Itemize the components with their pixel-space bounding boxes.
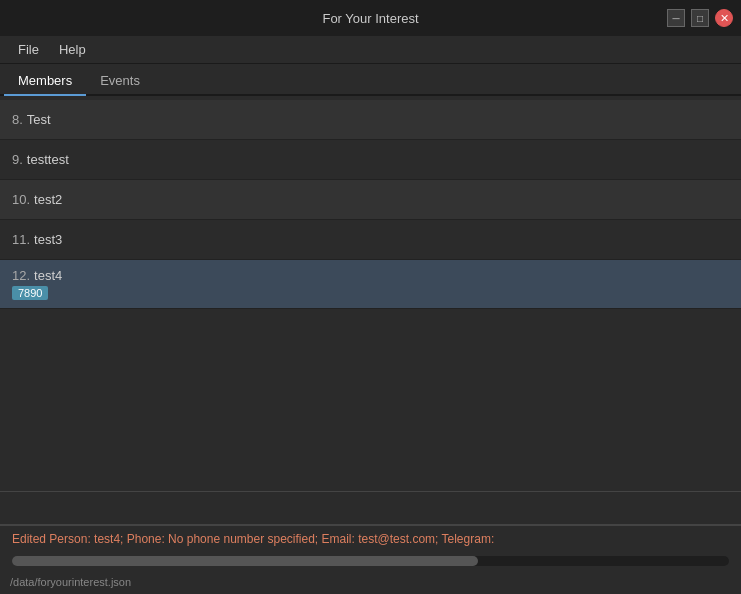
menu-file[interactable]: File: [8, 38, 49, 61]
member-name-line: 12.test4: [12, 268, 729, 283]
status-text: Edited Person: test4; Phone: No phone nu…: [12, 532, 729, 546]
member-tag: 7890: [12, 286, 48, 300]
titlebar-controls: ─ □ ✕: [667, 9, 733, 27]
bottom-scrollbar-area: [0, 552, 741, 570]
menu-help[interactable]: Help: [49, 38, 96, 61]
list-item[interactable]: 10.test2: [0, 180, 741, 220]
titlebar-title: For Your Interest: [322, 11, 418, 26]
member-name-line: 10.test2: [12, 192, 729, 207]
input-area: [0, 491, 741, 524]
scrollbar-track[interactable]: [12, 556, 729, 566]
member-index: 9.: [12, 152, 23, 167]
member-index: 10.: [12, 192, 30, 207]
maximize-button[interactable]: □: [691, 9, 709, 27]
member-index: 8.: [12, 112, 23, 127]
member-name: testtest: [27, 152, 69, 167]
list-item[interactable]: 8.Test: [0, 100, 741, 140]
main-content: 8.Test9.testtest10.test211.test312.test4…: [0, 96, 741, 594]
scrollbar-thumb[interactable]: [12, 556, 478, 566]
list-item[interactable]: 12.test47890: [0, 260, 741, 309]
member-name: test2: [34, 192, 62, 207]
member-name: test4: [34, 268, 62, 283]
member-name-line: 9.testtest: [12, 152, 729, 167]
minimize-button[interactable]: ─: [667, 9, 685, 27]
tab-events[interactable]: Events: [86, 67, 154, 96]
footer: /data/foryourinterest.json: [0, 570, 741, 594]
tab-members[interactable]: Members: [4, 67, 86, 96]
member-index: 11.: [12, 232, 30, 247]
list-item[interactable]: 11.test3: [0, 220, 741, 260]
member-name: Test: [27, 112, 51, 127]
statusbar: Edited Person: test4; Phone: No phone nu…: [0, 525, 741, 552]
list-item[interactable]: 9.testtest: [0, 140, 741, 180]
member-index: 12.: [12, 268, 30, 283]
tabs: Members Events: [0, 64, 741, 96]
close-button[interactable]: ✕: [715, 9, 733, 27]
search-input[interactable]: [8, 496, 733, 520]
titlebar: For Your Interest ─ □ ✕: [0, 0, 741, 36]
member-name-line: 8.Test: [12, 112, 729, 127]
footer-path: /data/foryourinterest.json: [10, 576, 131, 588]
menubar: File Help: [0, 36, 741, 64]
member-name-line: 11.test3: [12, 232, 729, 247]
member-name: test3: [34, 232, 62, 247]
members-list[interactable]: 8.Test9.testtest10.test211.test312.test4…: [0, 96, 741, 491]
